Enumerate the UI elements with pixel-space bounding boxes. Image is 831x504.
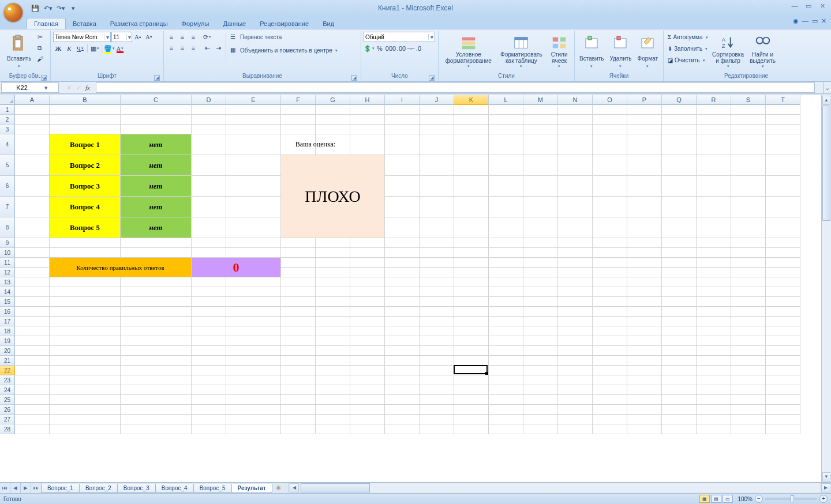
cell[interactable] — [281, 405, 316, 415]
cell[interactable] — [593, 375, 627, 385]
cell[interactable] — [316, 258, 350, 268]
cell[interactable] — [316, 395, 350, 405]
count-label[interactable]: Количество правильных ответов — [50, 258, 192, 277]
row-header[interactable]: 13 — [0, 277, 15, 287]
cell[interactable] — [454, 375, 489, 385]
cell[interactable] — [15, 268, 50, 277]
row-header[interactable]: 19 — [0, 336, 15, 346]
cell[interactable] — [697, 125, 731, 134]
save-icon[interactable]: 💾 — [30, 3, 40, 13]
cell[interactable] — [697, 277, 731, 287]
cell[interactable] — [316, 277, 350, 287]
cell[interactable] — [15, 375, 50, 385]
cell[interactable] — [731, 346, 766, 356]
column-header[interactable]: F — [281, 95, 316, 105]
vscroll-up[interactable]: ▲ — [822, 96, 830, 105]
cell[interactable] — [593, 395, 627, 405]
column-header[interactable]: S — [731, 95, 766, 105]
cell[interactable] — [420, 197, 454, 217]
row-header[interactable]: 9 — [0, 238, 15, 248]
cell[interactable] — [454, 125, 489, 134]
cell[interactable] — [454, 346, 489, 356]
cell[interactable] — [731, 125, 766, 134]
ribbon-minimize-button[interactable]: — — [802, 17, 808, 25]
number-launcher[interactable]: ◢ — [429, 75, 435, 81]
paste-button[interactable]: Вставить ▾ — [5, 32, 33, 70]
cell[interactable] — [662, 317, 697, 326]
cell[interactable] — [766, 336, 800, 346]
cell[interactable] — [558, 115, 593, 125]
cell[interactable] — [15, 105, 50, 115]
fx-icon[interactable]: fx — [83, 84, 92, 91]
cell[interactable] — [627, 115, 662, 125]
cell[interactable] — [731, 297, 766, 307]
cell[interactable] — [15, 217, 50, 238]
cell[interactable] — [523, 385, 558, 395]
question-answer[interactable]: нет — [121, 176, 192, 197]
cell[interactable] — [385, 317, 420, 326]
cell[interactable] — [50, 366, 121, 375]
cell[interactable] — [766, 268, 800, 277]
cell[interactable] — [558, 125, 593, 134]
cell[interactable] — [627, 405, 662, 415]
autosum-button[interactable]: ΣАвтосумма▾ — [666, 32, 710, 43]
cell[interactable] — [766, 297, 800, 307]
cell[interactable] — [50, 415, 121, 424]
tab-home[interactable]: Главная — [27, 18, 66, 29]
cell[interactable] — [350, 238, 385, 248]
cell[interactable] — [226, 366, 281, 375]
cell[interactable] — [697, 248, 731, 258]
cell[interactable] — [385, 248, 420, 258]
undo-icon[interactable]: ↶▾ — [43, 3, 53, 13]
cell[interactable] — [627, 297, 662, 307]
column-header[interactable]: G — [316, 95, 350, 105]
cell[interactable] — [662, 336, 697, 346]
row-header[interactable]: 4 — [0, 134, 15, 155]
delete-cells-button[interactable]: Удалить▾ — [607, 32, 634, 70]
cell[interactable] — [731, 375, 766, 385]
cell[interactable] — [766, 277, 800, 287]
tab-scroll-next[interactable]: ▶ — [21, 483, 31, 493]
cell[interactable] — [50, 297, 121, 307]
cell[interactable] — [558, 258, 593, 268]
cell[interactable] — [385, 287, 420, 297]
cell[interactable] — [558, 336, 593, 346]
cell[interactable] — [50, 395, 121, 405]
cell[interactable] — [192, 317, 226, 326]
cell[interactable] — [226, 197, 281, 217]
cell[interactable] — [662, 395, 697, 405]
cell[interactable] — [697, 326, 731, 336]
cell[interactable] — [50, 326, 121, 336]
cell[interactable] — [121, 287, 192, 297]
cell[interactable] — [697, 405, 731, 415]
cell[interactable] — [558, 415, 593, 424]
cell[interactable] — [523, 287, 558, 297]
cell[interactable] — [350, 277, 385, 287]
cell[interactable] — [15, 176, 50, 197]
cell[interactable] — [316, 238, 350, 248]
cell[interactable] — [523, 258, 558, 268]
cell[interactable] — [192, 115, 226, 125]
cell[interactable] — [593, 125, 627, 134]
sheet-tab[interactable]: Вопрос_5 — [193, 484, 232, 493]
cell[interactable] — [50, 115, 121, 125]
cell[interactable] — [15, 134, 50, 155]
cell[interactable] — [558, 268, 593, 277]
cell[interactable] — [226, 375, 281, 385]
cell[interactable] — [454, 356, 489, 366]
cell[interactable] — [627, 385, 662, 395]
cell[interactable] — [454, 405, 489, 415]
row-header[interactable]: 15 — [0, 297, 15, 307]
cell[interactable] — [593, 217, 627, 238]
cell[interactable] — [593, 297, 627, 307]
cell[interactable] — [731, 115, 766, 125]
row-header[interactable]: 20 — [0, 346, 15, 356]
row-header[interactable]: 10 — [0, 248, 15, 258]
cell[interactable] — [627, 238, 662, 248]
cell[interactable] — [50, 405, 121, 415]
cell[interactable] — [192, 105, 226, 115]
cell[interactable] — [454, 115, 489, 125]
fill-button[interactable]: ⬇Заполнить▾ — [666, 43, 710, 54]
cell[interactable] — [662, 248, 697, 258]
cell[interactable] — [420, 115, 454, 125]
